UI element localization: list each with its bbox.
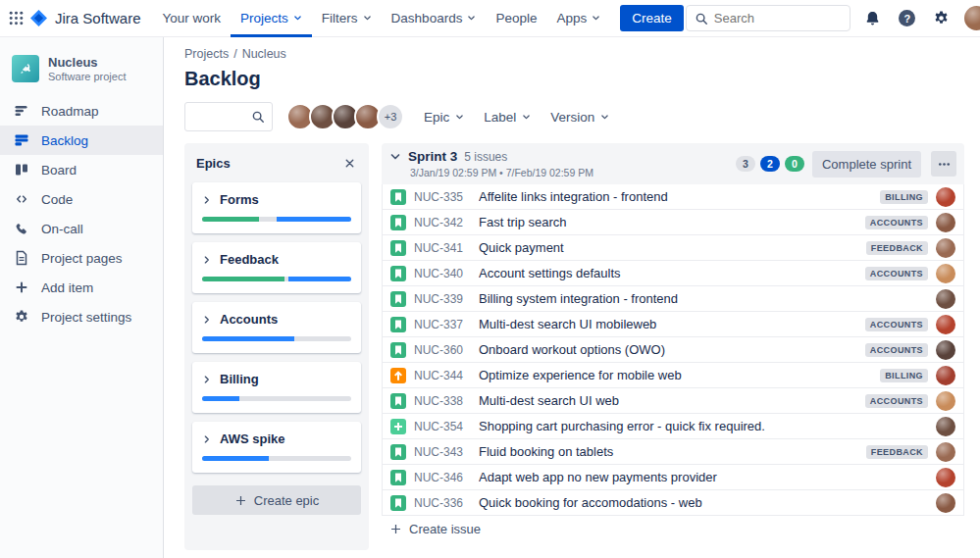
breadcrumb-project-link[interactable]: Nucleus	[242, 47, 286, 61]
sidebar-item-project-settings[interactable]: Project settings	[0, 302, 163, 331]
topnav-item-your-work[interactable]: Your work	[153, 0, 232, 37]
issue-key: NUC-342	[414, 216, 471, 229]
issue-row-nuc-342[interactable]: NUC-342 Fast trip search ACCOUNTS	[383, 210, 963, 235]
issue-row-nuc-337[interactable]: NUC-337 Multi-dest search UI mobileweb A…	[383, 312, 963, 337]
issue-row-nuc-335[interactable]: NUC-335 Affelite links integration - fro…	[383, 184, 963, 210]
epic-name: Forms	[220, 192, 259, 207]
sprint-date-range: 3/Jan/19 02:59 PM • 7/Feb/19 02:59 PM	[410, 167, 593, 178]
issue-row-nuc-343[interactable]: NUC-343 Fluid booking on tablets FEEDBAC…	[383, 439, 963, 465]
story-icon	[390, 266, 406, 281]
sprint-name: Sprint 3	[408, 149, 457, 164]
settings-icon[interactable]	[930, 7, 954, 30]
issue-label-badge: BILLING	[880, 190, 928, 204]
story-icon	[390, 342, 406, 358]
sidebar-item-roadmap[interactable]: Roadmap	[0, 96, 163, 126]
complete-sprint-button[interactable]: Complete sprint	[812, 151, 921, 178]
topnav-item-projects[interactable]: Projects	[231, 0, 312, 37]
issue-row-nuc-346[interactable]: NUC-346 Adapt web app no new payments pr…	[383, 465, 963, 490]
user-avatar[interactable]	[964, 6, 980, 30]
expand-chevron-icon[interactable]	[202, 195, 212, 205]
expand-chevron-icon[interactable]	[202, 375, 212, 384]
epic-dropdown[interactable]: Epic	[424, 110, 464, 125]
assignee-avatar[interactable]	[936, 391, 955, 411]
topnav-item-dashboards[interactable]: Dashboards	[382, 0, 487, 37]
breadcrumb: Projects / Nucleus	[184, 47, 964, 61]
issue-row-nuc-340[interactable]: NUC-340 Account settings defaults ACCOUN…	[383, 261, 963, 286]
epic-progress-bar	[202, 456, 351, 461]
sidebar-item-add-item[interactable]: Add item	[0, 273, 163, 302]
topnav-item-apps[interactable]: Apps	[546, 0, 610, 37]
topnav-item-people[interactable]: People	[486, 0, 546, 37]
issue-key: NUC-341	[414, 241, 471, 255]
assignee-avatar[interactable]	[936, 264, 955, 283]
assignee-avatar[interactable]	[936, 442, 955, 462]
more-actions-icon[interactable]	[931, 151, 956, 177]
epic-card-billing[interactable]: Billing	[192, 362, 361, 413]
issue-row-nuc-341[interactable]: NUC-341 Quick payment FEEDBACK	[383, 235, 963, 261]
issue-row-nuc-360[interactable]: NUC-360 Onboard workout options (OWO) AC…	[383, 337, 963, 363]
backlog-search[interactable]	[184, 102, 273, 131]
version-dropdown[interactable]: Version	[550, 110, 609, 125]
expand-chevron-icon[interactable]	[202, 315, 212, 325]
app-switcher-icon[interactable]	[8, 5, 25, 32]
new-feature-icon	[390, 419, 406, 434]
epic-card-feedback[interactable]: Feedback	[192, 242, 361, 293]
help-icon[interactable]: ?	[896, 7, 919, 30]
jira-logo[interactable]: Jira Software	[28, 8, 141, 28]
issue-row-nuc-344[interactable]: NUC-344 Optimize experience for mobile w…	[383, 363, 963, 388]
story-icon	[390, 240, 406, 256]
assignee-avatar[interactable]	[936, 493, 955, 513]
breadcrumb-projects-link[interactable]: Projects	[184, 47, 229, 61]
epic-card-aws-spike[interactable]: AWS spike	[192, 422, 361, 473]
assignee-avatar[interactable]	[936, 187, 955, 207]
create-issue-button[interactable]: Create issue	[382, 516, 964, 541]
sidebar-item-board[interactable]: Board	[0, 155, 163, 184]
sidebar-item-label: Add item	[41, 280, 93, 295]
assignee-avatar[interactable]	[936, 213, 955, 232]
issue-row-nuc-336[interactable]: NUC-336 Quick booking for accomodations …	[383, 490, 963, 516]
chevron-down-icon	[467, 14, 476, 23]
backlog-search-input[interactable]	[192, 110, 247, 125]
issue-row-nuc-338[interactable]: NUC-338 Multi-dest search UI web ACCOUNT…	[383, 388, 963, 414]
avatar-overflow-badge[interactable]: +3	[377, 103, 404, 130]
collapse-chevron-icon[interactable]	[389, 151, 401, 163]
label-dropdown[interactable]: Label	[484, 110, 531, 125]
filter-bar: +3 Epic Label Version	[184, 102, 964, 131]
global-search-input[interactable]	[714, 11, 842, 25]
assignee-avatar[interactable]	[936, 315, 955, 334]
story-icon	[390, 444, 406, 460]
assignee-avatar[interactable]	[936, 238, 955, 258]
issue-row-nuc-339[interactable]: NUC-339 Billing system integration - fro…	[383, 286, 963, 312]
sidebar-item-on-call[interactable]: On-call	[0, 214, 163, 243]
sidebar-item-label: Backlog	[41, 133, 88, 148]
epic-card-accounts[interactable]: Accounts	[192, 302, 361, 353]
sidebar-item-code[interactable]: Code	[0, 184, 163, 214]
assignee-avatar[interactable]	[936, 468, 955, 487]
sidebar-item-backlog[interactable]: Backlog	[0, 126, 163, 155]
sprint-header: Sprint 3 5 issues 3/Jan/19 02:59 PM • 7/…	[382, 143, 964, 184]
create-button[interactable]: Create	[620, 5, 684, 31]
notifications-icon[interactable]	[861, 7, 885, 30]
member-avatar-group: +3	[286, 103, 404, 130]
close-icon[interactable]	[339, 153, 359, 173]
epic-card-forms[interactable]: Forms	[192, 182, 361, 233]
issue-summary: Fast trip search	[479, 215, 857, 229]
assignee-avatar[interactable]	[936, 366, 955, 385]
issue-key: NUC-335	[414, 190, 471, 204]
assignee-avatar[interactable]	[936, 340, 955, 360]
expand-chevron-icon[interactable]	[202, 434, 212, 444]
add-icon	[14, 279, 29, 295]
pages-icon	[14, 250, 29, 266]
assignee-avatar[interactable]	[936, 417, 955, 436]
expand-chevron-icon[interactable]	[202, 255, 212, 265]
issue-row-nuc-354[interactable]: NUC-354 Shopping cart purchasing error -…	[383, 414, 963, 439]
global-search[interactable]	[686, 5, 851, 31]
sidebar-item-project-pages[interactable]: Project pages	[0, 243, 163, 273]
issue-summary: Optimize experience for mobile web	[479, 368, 872, 382]
filter-dropdowns: Epic Label Version	[424, 110, 609, 125]
create-epic-button[interactable]: Create epic	[192, 485, 361, 515]
issue-key: NUC-339	[414, 292, 471, 306]
epic-name: AWS spike	[220, 431, 284, 446]
assignee-avatar[interactable]	[936, 289, 955, 309]
topnav-item-filters[interactable]: Filters	[312, 0, 382, 37]
